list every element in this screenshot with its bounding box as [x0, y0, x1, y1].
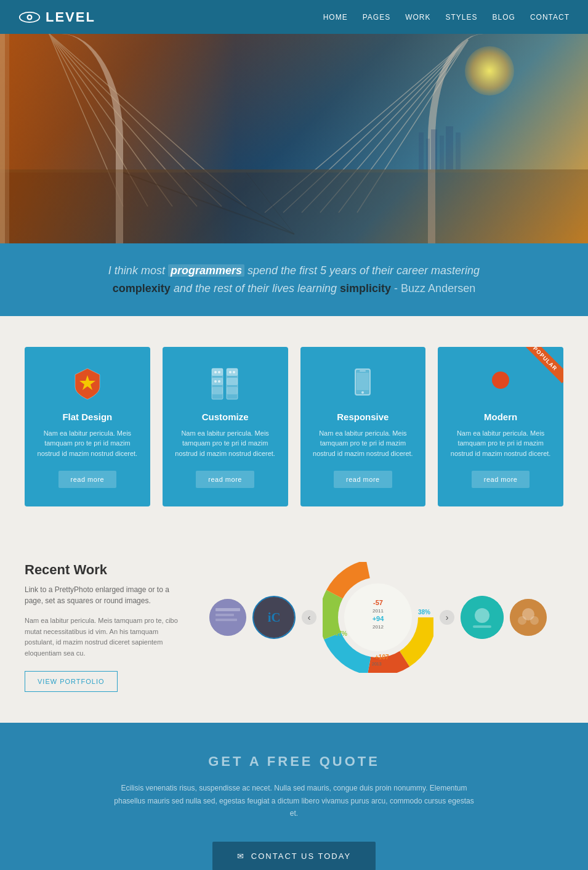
- svg-point-45: [361, 391, 364, 394]
- main-nav: HOME PAGES WORK STYLES BLOG CONTACT: [323, 13, 570, 22]
- portfolio-thumb-4[interactable]: [510, 599, 547, 636]
- carousel-next[interactable]: ›: [440, 610, 454, 625]
- recent-work-subtitle: Link to a PrettyPhoto enlarged image or …: [25, 584, 185, 606]
- svg-rect-16: [0, 169, 588, 173]
- flat-design-title: Flat Design: [37, 412, 138, 422]
- features-section: Flat Design Nam ea labitur pericula. Mei…: [0, 316, 588, 538]
- quote-middle: spend the first 5 years of their career …: [248, 264, 480, 277]
- recent-work-section: Recent Work Link to a PrettyPhoto enlarg…: [0, 537, 588, 723]
- nav-home[interactable]: HOME: [323, 13, 348, 22]
- svg-point-37: [214, 371, 217, 373]
- svg-rect-46: [360, 370, 366, 372]
- features-grid: Flat Design Nam ea labitur pericula. Mei…: [25, 347, 563, 507]
- modern-icon: [482, 365, 519, 402]
- svg-rect-26: [446, 126, 453, 169]
- svg-text:2012: 2012: [373, 624, 384, 630]
- svg-rect-50: [209, 599, 246, 636]
- customize-icon: [207, 365, 244, 402]
- cta-section: GET A FREE QUOTE Ecilisis venenatis risu…: [0, 723, 588, 870]
- svg-text:2013: 2013: [372, 662, 382, 666]
- svg-point-42: [233, 371, 235, 373]
- modern-desc: Nam ea labitur pericula. Meis tamquam pr…: [450, 428, 551, 459]
- quote-prefix: I think most: [108, 264, 168, 277]
- customize-title: Customize: [175, 412, 276, 422]
- recent-work-desc: Nam ea labitur pericula. Meis tamquam pr…: [25, 616, 185, 659]
- feature-responsive: Responsive Nam ea labitur pericula. Meis…: [300, 347, 426, 507]
- nav-pages[interactable]: PAGES: [363, 13, 390, 22]
- svg-point-40: [218, 380, 220, 383]
- svg-point-76: [530, 616, 539, 625]
- svg-point-39: [214, 380, 217, 383]
- svg-text:38%: 38%: [418, 609, 430, 616]
- logo[interactable]: LEVEL: [18, 9, 95, 25]
- portfolio-thumb-2[interactable]: iC: [252, 596, 296, 639]
- nav-contact[interactable]: CONTACT: [530, 13, 570, 22]
- portfolio-thumb-1[interactable]: [209, 599, 246, 636]
- svg-rect-25: [440, 136, 444, 169]
- envelope-icon: ✉: [237, 852, 245, 861]
- quote-bold1: complexity: [113, 282, 171, 295]
- svg-rect-31: [212, 378, 223, 385]
- svg-text:iC: iC: [268, 611, 281, 624]
- svg-text:+94: +94: [373, 615, 385, 622]
- quote-author: - Buzz Andersen: [394, 282, 475, 295]
- svg-point-75: [518, 616, 526, 625]
- contact-us-today-button[interactable]: ✉ CONTACT US TODAY: [212, 842, 376, 870]
- flat-design-desc: Nam ea labitur pericula. Meis tamquam pr…: [37, 428, 138, 459]
- quote-highlight: programmers: [168, 264, 244, 277]
- responsive-title: Responsive: [313, 412, 414, 422]
- feature-flat-design: Flat Design Nam ea labitur pericula. Mei…: [25, 347, 150, 507]
- svg-text:+107: +107: [375, 654, 389, 661]
- svg-rect-44: [356, 373, 369, 390]
- svg-point-49: [498, 378, 503, 383]
- customize-desc: Nam ea labitur pericula. Meis tamquam pr…: [175, 428, 276, 459]
- contact-btn-label: CONTACT US TODAY: [251, 852, 351, 861]
- portfolio-thumb-3[interactable]: [461, 596, 504, 639]
- modern-title: Modern: [450, 412, 551, 422]
- svg-point-38: [218, 371, 220, 373]
- svg-rect-32: [212, 387, 223, 394]
- svg-rect-36: [227, 387, 238, 394]
- svg-rect-30: [212, 368, 223, 376]
- view-portfolio-button[interactable]: VIEW PORTFOLIO: [25, 671, 118, 692]
- svg-point-2: [28, 15, 31, 18]
- svg-rect-34: [227, 368, 238, 376]
- svg-rect-72: [473, 625, 491, 628]
- recent-work-text: Recent Work Link to a PrettyPhoto enlarg…: [25, 562, 185, 692]
- hero-section: [0, 34, 588, 243]
- cta-title: GET A FREE QUOTE: [37, 754, 551, 770]
- nav-work[interactable]: WORK: [405, 13, 430, 22]
- hero-art: [0, 34, 588, 243]
- flat-design-icon: [69, 365, 106, 402]
- svg-point-41: [229, 371, 232, 373]
- feature-modern: Modern Nam ea labitur pericula. Meis tam…: [438, 347, 563, 507]
- site-header: LEVEL HOME PAGES WORK STYLES BLOG CONTAC…: [0, 0, 588, 34]
- svg-rect-22: [419, 132, 424, 169]
- modern-read-more[interactable]: read more: [472, 471, 530, 488]
- cta-desc: Ecilisis venenatis risus, suspendisse ac…: [110, 782, 479, 819]
- svg-text:2011: 2011: [373, 608, 384, 614]
- customize-read-more[interactable]: read more: [196, 471, 254, 488]
- flat-design-read-more[interactable]: read more: [58, 471, 117, 488]
- responsive-read-more[interactable]: read more: [334, 471, 392, 488]
- nav-styles[interactable]: STYLES: [446, 13, 478, 22]
- svg-point-71: [475, 608, 489, 623]
- recent-work-title: Recent Work: [25, 562, 185, 578]
- svg-text:-57: -57: [373, 599, 383, 606]
- feature-customize: Customize Nam ea labitur pericula. Meis …: [163, 347, 288, 507]
- carousel-prev[interactable]: ‹: [302, 610, 316, 625]
- quote-bold2: simplicity: [340, 282, 391, 295]
- svg-rect-23: [426, 139, 430, 169]
- svg-rect-52: [215, 614, 234, 616]
- responsive-icon: [344, 365, 381, 402]
- responsive-desc: Nam ea labitur pericula. Meis tamquam pr…: [313, 428, 414, 459]
- svg-rect-18: [0, 34, 5, 243]
- quote-middle2: and the rest of their lives learning: [174, 282, 340, 295]
- bridge-cables-svg: [0, 34, 588, 243]
- nav-blog[interactable]: BLOG: [493, 13, 515, 22]
- portfolio-chart[interactable]: -57 2011 +94 2012 38% 67% +107 2013: [323, 562, 433, 673]
- svg-rect-27: [456, 132, 461, 169]
- svg-rect-35: [227, 378, 238, 385]
- portfolio-carousel: iC ‹ -57 2011 +94 2012 38% 67%: [209, 562, 563, 673]
- svg-rect-51: [215, 608, 240, 611]
